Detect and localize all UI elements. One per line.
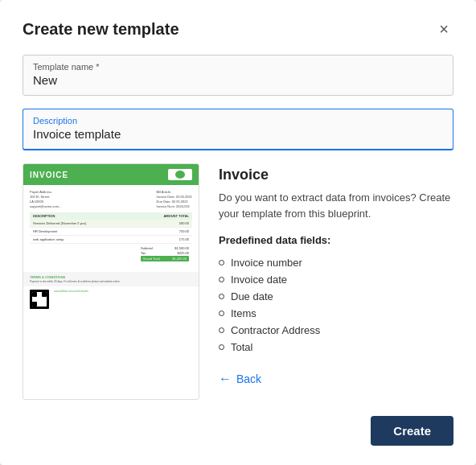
bullet-icon <box>219 311 224 316</box>
logo-icon <box>175 171 185 179</box>
preview-website: www.pdfdata.io/invoice/template <box>54 290 88 294</box>
preview-header: INVOICE <box>23 164 199 185</box>
preview-address-row: Payerl Address 100 El. Street LA 10000 s… <box>30 190 192 209</box>
preview-table-row: web application setup 175.00 <box>30 236 192 244</box>
preview-bottom-row: www.pdfdata.io/invoice/template <box>23 286 199 312</box>
field-label-contractor-address: Contractor Address <box>231 324 320 336</box>
bullet-icon <box>219 294 224 299</box>
field-label-invoice-date: Invoice date <box>231 274 287 286</box>
template-name-field: Template name * New <box>23 55 453 96</box>
back-button[interactable]: ← Back <box>219 372 261 386</box>
list-item: Invoice number <box>219 254 453 271</box>
create-template-dialog: Create new template × Template name * Ne… <box>0 0 476 465</box>
preview-body: Payerl Address 100 El. Street LA 10000 s… <box>23 185 199 269</box>
description-field: Description Invoice template <box>23 109 453 150</box>
close-button[interactable]: × <box>434 19 453 39</box>
dialog-header: Create new template × <box>23 19 453 39</box>
bottom-section: INVOICE Payerl Address 100 El. Street LA… <box>23 163 453 400</box>
preview-logo <box>168 169 192 180</box>
preview-payer-address: Payerl Address 100 El. Street LA 10000 s… <box>30 190 61 209</box>
description-value[interactable]: Invoice template <box>33 127 443 141</box>
list-item: Contractor Address <box>219 322 453 339</box>
preview-table-header: DESCRIPTION AMOUNT TOTAL <box>30 212 192 220</box>
preview-grand-total: Grand Total $1,425.00 <box>141 256 189 261</box>
preview-footer-text: Payment is due within 30 days. For all t… <box>30 280 192 283</box>
create-button[interactable]: Create <box>371 416 453 446</box>
field-label-due-date: Due date <box>231 290 273 302</box>
preview-totals: Subtotal $1,500.00 Tax $225.00 Grand Tot… <box>30 244 192 264</box>
bullet-icon <box>219 260 224 265</box>
info-fields-title: Predefined data fields: <box>219 234 453 246</box>
list-item: Total <box>219 339 453 356</box>
info-panel: Invoice Do you want to extract data from… <box>215 163 453 400</box>
template-name-group: Template name * New <box>23 55 453 96</box>
template-name-value[interactable]: New <box>33 73 443 87</box>
description-group: Description Invoice template <box>23 109 453 150</box>
list-item: Due date <box>219 288 453 305</box>
preview-table-row: Services Delivered (November 2 pcs) 500.… <box>30 220 192 228</box>
list-item: Items <box>219 305 453 322</box>
field-label-total: Total <box>231 341 252 353</box>
back-label: Back <box>236 372 261 385</box>
invoice-preview: INVOICE Payerl Address 100 El. Street LA… <box>23 163 199 400</box>
dialog-footer: Create <box>23 416 453 446</box>
back-arrow-icon: ← <box>219 372 232 386</box>
list-item: Invoice date <box>219 271 453 288</box>
preview-footer: TERMS & CONDITIONS Payment is due within… <box>23 272 199 286</box>
bullet-icon <box>219 277 224 282</box>
field-label-items: Items <box>231 307 256 319</box>
bullet-icon <box>219 344 224 350</box>
predefined-fields-list: Invoice number Invoice date Due date Ite… <box>219 254 453 356</box>
field-label-invoice-number: Invoice number <box>231 257 302 269</box>
info-description: Do you want to extract data from invoice… <box>219 190 453 221</box>
dialog-title: Create new template <box>23 20 179 39</box>
qr-code-icon <box>30 290 49 309</box>
info-title: Invoice <box>219 167 453 183</box>
description-label: Description <box>33 116 443 126</box>
preview-footer-title: TERMS & CONDITIONS <box>30 275 192 279</box>
template-name-label: Template name * <box>33 62 443 72</box>
preview-bill-to: Bill Article: Invoice Date: 02.05.2021 D… <box>157 190 192 209</box>
preview-invoice-title: INVOICE <box>30 171 68 179</box>
preview-table-row: HR Development 750.00 <box>30 228 192 236</box>
bullet-icon <box>219 327 224 333</box>
